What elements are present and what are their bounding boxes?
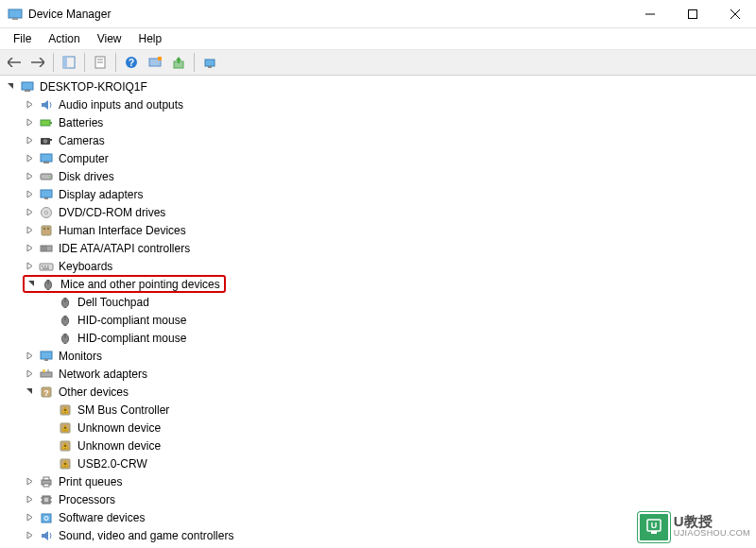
- expand-toggle[interactable]: [23, 170, 36, 183]
- tree-scroll-area[interactable]: DESKTOP-KROIQ1FAudio inputs and outputsB…: [0, 76, 756, 548]
- expand-toggle[interactable]: [23, 134, 36, 147]
- menu-help[interactable]: Help: [131, 30, 170, 47]
- show-hide-tree-button[interactable]: [59, 52, 79, 73]
- tree-category-node[interactable]: IDE ATA/ATAPI controllers: [0, 239, 756, 257]
- expand-toggle[interactable]: [23, 152, 36, 165]
- node-label: Audio inputs and outputs: [59, 98, 183, 111]
- expand-toggle[interactable]: [23, 475, 36, 488]
- device-tree: DESKTOP-KROIQ1FAudio inputs and outputsB…: [0, 77, 756, 544]
- tree-category-node[interactable]: Print queues: [0, 472, 756, 490]
- menu-file[interactable]: File: [6, 30, 39, 47]
- warn-icon: [57, 402, 74, 419]
- tree-category-node[interactable]: Network adapters: [0, 365, 756, 383]
- tree-category-node[interactable]: Processors: [0, 490, 756, 508]
- collapse-toggle[interactable]: [25, 278, 38, 291]
- menu-view[interactable]: View: [90, 30, 129, 47]
- warn-icon: [57, 455, 74, 472]
- tree-device-node[interactable]: HID-compliant mouse: [0, 311, 756, 329]
- toolbar: ?: [0, 49, 756, 76]
- titlebar: Device Manager: [0, 0, 756, 28]
- watermark: U U教授 UJIAOSHOU.COM: [638, 512, 750, 542]
- expand-toggle[interactable]: [23, 98, 36, 111]
- cpu-icon: [38, 491, 55, 508]
- node-label: Mice and other pointing devices: [60, 278, 220, 291]
- tree-category-node[interactable]: Disk drives: [0, 167, 756, 185]
- svg-text:U: U: [651, 521, 658, 530]
- expand-toggle[interactable]: [23, 116, 36, 129]
- minimize-button[interactable]: [628, 0, 671, 27]
- mouse-icon: [40, 276, 57, 293]
- node-label: Cameras: [59, 134, 105, 147]
- svg-text:?: ?: [43, 388, 49, 398]
- tree-category-node[interactable]: Human Interface Devices: [0, 221, 756, 239]
- tree-root-node[interactable]: DESKTOP-KROIQ1F: [0, 77, 756, 95]
- maximize-button[interactable]: [671, 0, 713, 27]
- collapse-toggle[interactable]: [23, 385, 36, 399]
- close-button[interactable]: [713, 0, 756, 27]
- node-label: Disk drives: [59, 170, 114, 183]
- expand-toggle[interactable]: [23, 511, 36, 524]
- tree-category-node[interactable]: Cameras: [0, 131, 756, 149]
- svg-rect-3: [688, 9, 696, 18]
- svg-rect-14: [158, 57, 162, 60]
- tree-device-node[interactable]: HID-compliant mouse: [0, 329, 756, 347]
- tree-category-node[interactable]: Monitors: [0, 347, 756, 365]
- menu-action[interactable]: Action: [41, 30, 87, 47]
- tree-category-node[interactable]: ?Other devices: [0, 383, 756, 401]
- help-button[interactable]: ?: [121, 52, 142, 73]
- forward-button[interactable]: [27, 52, 48, 73]
- expand-toggle[interactable]: [23, 206, 36, 219]
- svg-rect-24: [50, 139, 52, 141]
- svg-rect-85: [651, 531, 657, 534]
- tree-category-node[interactable]: Audio inputs and outputs: [0, 95, 756, 113]
- expand-toggle[interactable]: [23, 368, 36, 381]
- printer-icon: [38, 473, 55, 490]
- node-label: DVD/CD-ROM drives: [59, 206, 165, 219]
- expand-toggle[interactable]: [23, 242, 36, 255]
- expand-toggle[interactable]: [23, 260, 36, 273]
- expand-toggle[interactable]: [23, 224, 36, 237]
- back-button[interactable]: [4, 52, 25, 73]
- svg-rect-17: [208, 66, 212, 68]
- tree-category-node[interactable]: Display adapters: [0, 185, 756, 203]
- update-driver-button[interactable]: [168, 52, 189, 73]
- tree-category-node[interactable]: Mice and other pointing devices: [0, 275, 756, 293]
- node-label: HID-compliant mouse: [77, 332, 186, 345]
- watermark-badge: U: [638, 512, 670, 542]
- tree-device-node[interactable]: Unknown device: [0, 419, 756, 437]
- collapse-toggle[interactable]: [4, 80, 17, 94]
- scan-hardware-button[interactable]: [145, 52, 165, 73]
- tree-device-node[interactable]: USB2.0-CRW: [0, 454, 756, 472]
- tree-category-node[interactable]: Computer: [0, 149, 756, 167]
- tree-category-node[interactable]: DVD/CD-ROM drives: [0, 203, 756, 221]
- svg-rect-21: [50, 122, 52, 124]
- node-label: SM Bus Controller: [77, 403, 169, 417]
- warn-icon: [57, 437, 74, 454]
- node-label: Sound, video and game controllers: [59, 529, 233, 542]
- expand-toggle[interactable]: [23, 493, 36, 506]
- svg-rect-19: [25, 90, 30, 92]
- toolbar-separator: [115, 53, 116, 72]
- tree-category-node[interactable]: Keyboards: [0, 257, 756, 275]
- tree-device-node[interactable]: Dell Touchpad: [0, 293, 756, 311]
- svg-rect-30: [44, 197, 48, 199]
- expand-toggle[interactable]: [23, 529, 36, 542]
- svg-rect-29: [41, 190, 52, 197]
- uninstall-button[interactable]: [199, 52, 220, 73]
- svg-point-62: [65, 411, 66, 412]
- expand-toggle[interactable]: [23, 350, 36, 363]
- tree-device-node[interactable]: SM Bus Controller: [0, 401, 756, 419]
- svg-rect-54: [44, 359, 48, 361]
- svg-rect-73: [43, 477, 49, 480]
- expand-toggle[interactable]: [23, 188, 36, 201]
- properties-button[interactable]: [90, 52, 111, 73]
- menubar: File Action View Help: [0, 28, 756, 49]
- computer-icon: [38, 150, 55, 167]
- battery-icon: [38, 114, 55, 131]
- tree-device-node[interactable]: Unknown device: [0, 437, 756, 454]
- svg-text:?: ?: [129, 58, 134, 68]
- tree-category-node[interactable]: Batteries: [0, 113, 756, 131]
- node-label: Computer: [59, 152, 109, 165]
- camera-icon: [38, 132, 55, 149]
- node-label: Batteries: [59, 116, 103, 129]
